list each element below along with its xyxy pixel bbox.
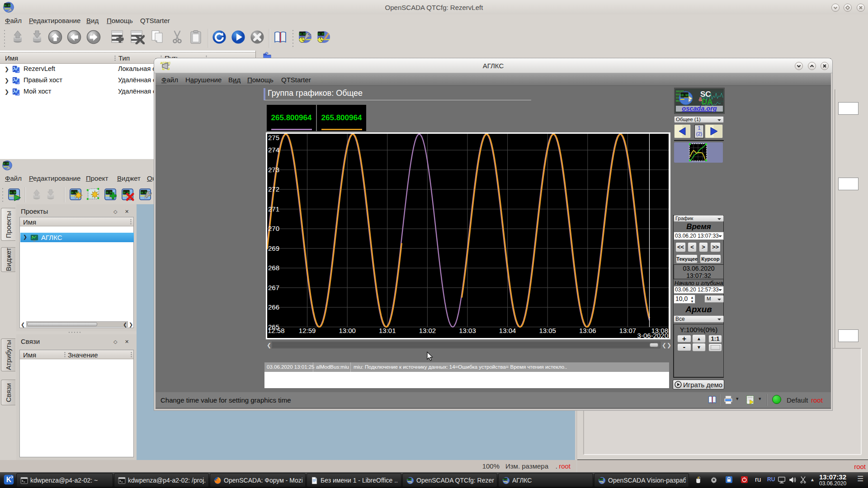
svg-text:3-06-2020: 3-06-2020 bbox=[637, 332, 668, 338]
svg-text:18.93: 18.93 bbox=[317, 33, 325, 36]
svg-text:275: 275 bbox=[268, 134, 279, 141]
svg-text:269: 269 bbox=[268, 244, 279, 252]
svg-text:18.90: 18.90 bbox=[9, 191, 17, 194]
svg-text:272: 272 bbox=[268, 185, 279, 193]
svg-text:18.93: 18.93 bbox=[503, 479, 508, 480]
svg-text:267: 267 bbox=[268, 284, 279, 291]
svg-text:270: 270 bbox=[268, 225, 279, 232]
svg-text:271: 271 bbox=[268, 205, 279, 213]
svg-text:13:03: 13:03 bbox=[459, 327, 476, 334]
svg-text:18.93: 18.93 bbox=[407, 479, 412, 480]
svg-text:13:02: 13:02 bbox=[419, 327, 436, 334]
svg-text:18.93: 18.93 bbox=[2, 163, 9, 165]
svg-text:K: K bbox=[6, 476, 12, 483]
svg-text:273: 273 bbox=[268, 166, 279, 174]
svg-text:oscada.org: oscada.org bbox=[682, 105, 717, 112]
svg-text:274: 274 bbox=[268, 146, 279, 154]
svg-text:266: 266 bbox=[268, 303, 279, 311]
svg-text:13:05: 13:05 bbox=[539, 327, 556, 334]
svg-text:18.93: 18.93 bbox=[599, 479, 604, 480]
svg-text:12:59: 12:59 bbox=[299, 327, 316, 334]
svg-text:18.93: 18.93 bbox=[298, 33, 307, 36]
svg-text:18.93: 18.93 bbox=[680, 94, 689, 97]
svg-text:13:01: 13:01 bbox=[379, 327, 396, 334]
svg-text:268: 268 bbox=[268, 264, 279, 272]
svg-text:13:07: 13:07 bbox=[619, 327, 637, 334]
svg-text:13:06: 13:06 bbox=[579, 327, 596, 334]
svg-text:13:00: 13:00 bbox=[339, 327, 356, 334]
svg-text:12:58: 12:58 bbox=[268, 327, 285, 334]
svg-text:13:04: 13:04 bbox=[499, 327, 516, 334]
